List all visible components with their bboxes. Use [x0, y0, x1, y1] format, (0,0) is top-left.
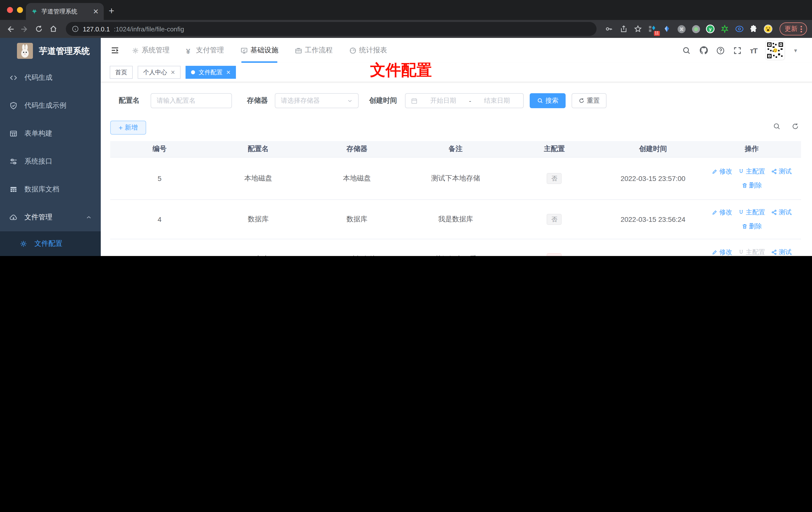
table-refresh-icon[interactable] — [791, 123, 799, 130]
tag-profile[interactable]: 个人中心 ✕ — [138, 66, 180, 79]
extension-eye-icon[interactable] — [734, 24, 744, 34]
nav-workflow[interactable]: 工作流程 — [295, 38, 333, 63]
avatar-caret-icon[interactable]: ▼ — [793, 48, 798, 53]
browser-toolbar: 127.0.0.1:1024/infra/file/file-config 11… — [0, 20, 812, 38]
cell-id: 2 — [110, 255, 209, 256]
master-action[interactable]: 主配置 — [738, 208, 765, 217]
cell-created: 2022-03-15 23:57:00 — [604, 175, 702, 182]
tag-bar: 首页 个人中心 ✕ 文件配置 ✕ — [101, 63, 812, 82]
collapse-menu-icon[interactable] — [111, 47, 119, 54]
reload-icon[interactable] — [34, 24, 44, 34]
url-bar[interactable]: 127.0.0.1:1024/infra/file/file-config — [66, 22, 597, 36]
edit-action[interactable]: 修改 — [712, 208, 732, 217]
storage-label: 存储器 — [247, 96, 271, 105]
back-icon[interactable] — [5, 24, 15, 34]
extension-puzzle-icon[interactable] — [749, 24, 759, 34]
date-range-picker[interactable]: 开始日期 - 结束日期 — [405, 93, 524, 108]
browser-menu-icon[interactable] — [801, 26, 802, 32]
cell-name: S3 - 七牛云 — [209, 254, 308, 256]
search-button[interactable]: 搜索 — [530, 93, 566, 108]
tag-file-config[interactable]: 文件配置 ✕ — [185, 66, 236, 79]
test-action[interactable]: 测试 — [771, 167, 791, 176]
reset-button[interactable]: 重置 — [572, 93, 607, 108]
sidebar-item-db-doc[interactable]: 数据库文档 — [0, 176, 101, 203]
extension-diamond-icon[interactable]: 11 — [647, 24, 657, 34]
browser-tab[interactable]: 芋道管理系统 ✕ — [26, 3, 104, 20]
extension-star-icon[interactable] — [720, 24, 730, 34]
edit-action[interactable]: 修改 — [712, 247, 732, 256]
sidebar-item-code-demo[interactable]: 代码生成示例 — [0, 92, 101, 120]
site-info-icon[interactable] — [72, 25, 79, 32]
tag-home[interactable]: 首页 — [110, 66, 133, 79]
cloud-download-icon — [9, 213, 18, 221]
table-search-icon[interactable] — [773, 123, 781, 130]
svg-text:y: y — [709, 26, 712, 32]
app-root: 芋道管理系统 代码生成 代码生成示例 表单构建 系统接口 数据库文档 — [0, 38, 812, 256]
bookmark-star-icon[interactable] — [633, 24, 643, 34]
table-filled-icon — [9, 185, 18, 193]
briefcase-icon — [295, 47, 302, 54]
cell-id: 4 — [110, 215, 209, 223]
date-start-input[interactable]: 开始日期 — [423, 96, 464, 105]
browser-update-button[interactable]: 更新 — [780, 23, 807, 35]
edit-action[interactable]: 修改 — [712, 167, 732, 176]
new-tab-button[interactable]: + — [109, 6, 114, 16]
minimize-window-button[interactable] — [17, 7, 23, 13]
master-badge: 否 — [547, 214, 562, 225]
nav-infrastructure[interactable]: 基础设施 — [240, 38, 278, 63]
sidebar-item-file-management[interactable]: 文件管理 — [0, 203, 101, 231]
master-badge: 是 — [547, 253, 562, 256]
share-icon[interactable] — [618, 24, 629, 34]
update-label: 更新 — [785, 24, 798, 33]
sidebar-item-form-builder[interactable]: 表单构建 — [0, 120, 101, 148]
code-icon — [9, 74, 18, 82]
extension-record-icon[interactable] — [691, 24, 701, 34]
extension-y-icon[interactable]: y — [705, 24, 715, 34]
url-path: :1024/infra/file/file-config — [114, 25, 184, 33]
search-icon[interactable] — [682, 46, 691, 55]
sidebar: 芋道管理系统 代码生成 代码生成示例 表单构建 系统接口 数据库文档 — [0, 38, 101, 256]
cell-remark: 测试下本地存储 — [406, 174, 505, 183]
password-key-icon[interactable] — [604, 24, 614, 34]
config-name-input[interactable]: 请输入配置名 — [151, 93, 232, 108]
delete-action[interactable]: 删除 — [742, 222, 762, 231]
extension-emoji-icon[interactable] — [763, 24, 773, 34]
chevron-up-icon — [86, 214, 92, 220]
extension-badge: 11 — [654, 31, 660, 36]
sidebar-logo-row: 芋道管理系统 — [0, 38, 101, 64]
master-action[interactable]: 主配置 — [738, 167, 765, 176]
help-icon[interactable] — [716, 46, 725, 55]
font-size-icon[interactable]: ᴛT — [750, 46, 757, 55]
github-icon[interactable] — [699, 46, 708, 55]
nav-payment-management[interactable]: ¥ 支付管理 — [186, 38, 224, 63]
cell-storage: 数据库 — [308, 215, 406, 224]
file-config-table: 编号 配置名 存储器 备注 主配置 创建时间 操作 5 本地磁盘 本地磁盘 测试… — [110, 141, 801, 256]
sidebar-item-system-api[interactable]: 系统接口 — [0, 148, 101, 176]
fullscreen-icon[interactable] — [733, 46, 742, 55]
date-end-input[interactable]: 结束日期 — [476, 96, 518, 105]
test-action[interactable]: 测试 — [771, 208, 791, 217]
tab-close-icon[interactable]: ✕ — [93, 7, 99, 16]
storage-select[interactable]: 请选择存储器 — [275, 93, 358, 108]
extension-command-icon[interactable]: ⌘ — [676, 24, 686, 34]
close-icon[interactable]: ✕ — [226, 69, 230, 76]
avatar[interactable] — [765, 40, 785, 60]
test-action[interactable]: 测试 — [771, 247, 791, 256]
file-management-submenu: 文件配置 文件列表 — [0, 231, 101, 256]
extension-kite-icon[interactable] — [662, 24, 672, 34]
delete-action[interactable]: 删除 — [742, 181, 762, 190]
sidebar-item-file-config[interactable]: 文件配置 — [0, 231, 101, 256]
close-window-button[interactable] — [7, 7, 13, 13]
nav-reports[interactable]: 统计报表 — [349, 38, 387, 63]
cell-created: 2022-03-15 20:43:34 — [604, 255, 702, 256]
add-button[interactable]: + 新增 — [110, 121, 146, 134]
create-time-label: 创建时间 — [369, 96, 401, 105]
date-separator: - — [469, 97, 471, 104]
cell-remark: 我是数据库 — [406, 215, 505, 224]
master-action[interactable]: 主配置 — [738, 247, 765, 256]
forward-icon[interactable] — [20, 24, 29, 34]
sidebar-item-code-generation[interactable]: 代码生成 — [0, 64, 101, 92]
close-icon[interactable]: ✕ — [171, 69, 175, 76]
nav-system-management[interactable]: 系统管理 — [132, 38, 170, 63]
home-icon[interactable] — [48, 24, 58, 34]
